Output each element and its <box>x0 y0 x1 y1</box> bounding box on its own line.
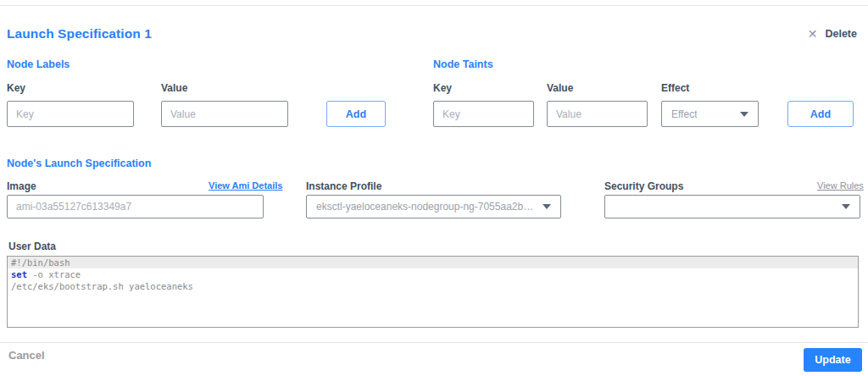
node-taints-value-label: Value <box>547 82 573 94</box>
node-labels-key-input[interactable] <box>7 101 134 127</box>
instance-profile-select[interactable]: eksctl-yaeloceaneks-nodegroup-ng-7055aa2… <box>306 195 561 218</box>
node-taints-key-input[interactable] <box>433 101 534 127</box>
code-text: /etc/eks/bootstrap.sh yaeloceaneks <box>11 281 193 291</box>
page-title: Launch Specification 1 <box>7 26 152 41</box>
delete-button[interactable]: ✕ Delete <box>808 28 857 40</box>
node-labels-key-label: Key <box>7 82 25 94</box>
user-data-label: User Data <box>8 241 56 252</box>
code-line-2: set -o xtrace <box>8 268 858 280</box>
cancel-button[interactable]: Cancel <box>8 349 45 362</box>
instance-profile-label: Instance Profile <box>306 180 381 192</box>
footer-divider <box>0 342 868 343</box>
delete-button-label: Delete <box>825 28 857 40</box>
node-taints-add-button[interactable]: Add <box>787 101 854 127</box>
effect-select-placeholder: Effect <box>671 108 697 120</box>
security-groups-label: Security Groups <box>604 180 683 192</box>
update-button[interactable]: Update <box>804 348 862 372</box>
node-labels-section-title: Node Labels <box>7 58 70 70</box>
code-keyword: set <box>11 269 27 279</box>
node-taints-key-label: Key <box>433 82 452 94</box>
view-rules-link[interactable]: View Rules <box>817 180 864 191</box>
top-divider <box>0 5 868 6</box>
node-taints-value-input[interactable] <box>547 101 648 127</box>
code-line-1: #!/bin/bash <box>8 257 858 268</box>
node-labels-add-button[interactable]: Add <box>326 101 386 127</box>
code-line-3: /etc/eks/bootstrap.sh yaeloceaneks <box>8 280 858 292</box>
view-ami-details-link[interactable]: View Ami Details <box>209 180 282 191</box>
security-groups-select[interactable] <box>604 195 860 218</box>
close-icon: ✕ <box>808 28 818 40</box>
chevron-down-icon <box>542 204 551 209</box>
node-taints-effect-select[interactable]: Effect <box>661 101 759 127</box>
image-input[interactable] <box>7 195 264 218</box>
node-taints-effect-label: Effect <box>661 82 689 94</box>
user-data-editor[interactable]: #!/bin/bash set -o xtrace /etc/eks/boots… <box>7 256 859 328</box>
node-labels-value-label: Value <box>161 82 187 94</box>
node-taints-section-title: Node Taints <box>433 58 493 70</box>
chevron-down-icon <box>740 112 748 117</box>
chevron-down-icon <box>842 204 850 209</box>
node-labels-value-input[interactable] <box>161 101 288 127</box>
code-text: -o xtrace <box>27 269 81 279</box>
instance-profile-value: eksctl-yaeloceaneks-nodegroup-ng-7055aa2… <box>316 201 536 213</box>
code-text: #!/bin/bash <box>11 257 70 268</box>
image-label: Image <box>7 180 36 192</box>
launch-spec-section-title: Node's Launch Specification <box>7 158 151 169</box>
launch-specification-panel: Launch Specification 1 ✕ Delete Node Lab… <box>0 0 868 376</box>
